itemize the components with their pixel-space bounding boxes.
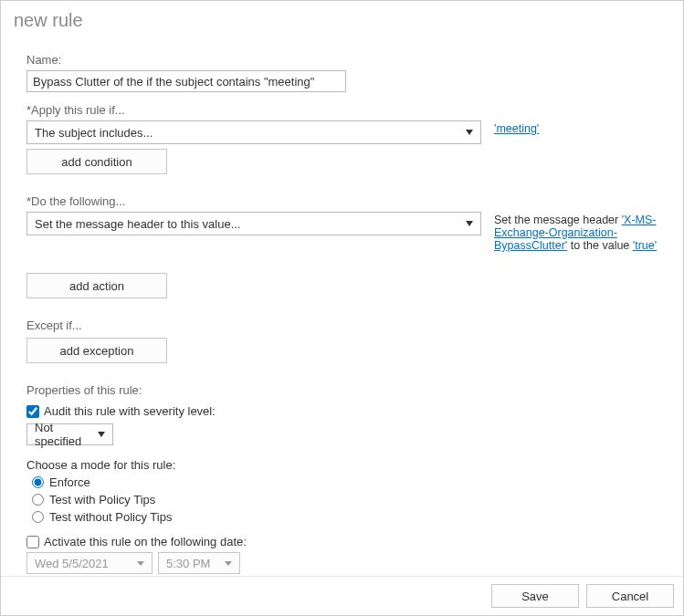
chevron-down-icon [137,561,144,566]
severity-select[interactable]: Not specified [26,423,113,445]
mode-enforce-label: Enforce [49,475,90,489]
chevron-down-icon [98,432,105,437]
add-exception-button[interactable]: add exception [26,338,167,363]
properties-label: Properties of this rule: [26,383,658,397]
do-following-selected: Set the message header to this value... [35,217,240,231]
mode-test-tips-label: Test with Policy Tips [49,493,155,506]
name-label: Name: [26,53,658,67]
mode-test-tips-radio[interactable] [32,494,44,506]
except-if-label: Except if... [26,318,658,332]
activate-date-select[interactable]: Wed 5/5/2021 [26,552,153,574]
apply-if-value-link[interactable]: 'meeting' [494,122,539,135]
new-rule-dialog: new rule Name: *Apply this rule if... Th… [0,0,684,616]
mode-label: Choose a mode for this rule: [26,458,658,472]
chevron-down-icon [225,561,232,566]
add-action-button[interactable]: add action [26,273,167,298]
save-button[interactable]: Save [491,584,579,608]
apply-if-selected: The subject includes... [35,126,153,140]
do-following-label: *Do the following... [26,194,658,208]
do-following-summary: Set the message header 'X-MS-Exchange-Or… [494,212,658,252]
add-condition-button[interactable]: add condition [26,149,167,174]
activate-date-value: Wed 5/5/2021 [35,557,109,570]
cancel-button[interactable]: Cancel [586,584,674,608]
apply-if-select[interactable]: The subject includes... [26,120,481,144]
name-input[interactable] [26,70,346,92]
apply-if-label: *Apply this rule if... [26,103,658,117]
mode-test-notips-radio[interactable] [32,511,44,523]
do-following-select[interactable]: Set the message header to this value... [26,212,481,235]
activate-time-select[interactable]: 5:30 PM [158,552,240,574]
mode-test-notips-label: Test without Policy Tips [49,510,172,524]
mode-enforce-radio[interactable] [32,476,44,488]
dialog-footer: Save Cancel [1,576,683,615]
chevron-down-icon [466,221,473,226]
activate-time-value: 5:30 PM [166,557,210,570]
activate-date-checkbox[interactable] [26,536,39,548]
activate-date-label: Activate this rule on the following date… [44,535,247,548]
audit-checkbox[interactable] [26,405,39,418]
chevron-down-icon [466,130,473,135]
severity-selected: Not specified [35,421,98,448]
dialog-content: Name: *Apply this rule if... The subject… [1,35,683,576]
dialog-title: new rule [1,1,683,35]
header-value-link[interactable]: 'true' [633,239,657,252]
audit-label: Audit this rule with severity level: [44,404,216,418]
